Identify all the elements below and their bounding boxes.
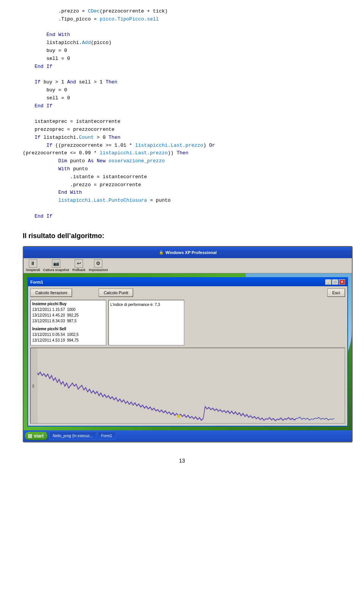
toolbar-btn-rollback[interactable]: ↩ Rollback — [72, 259, 86, 272]
form1-window: Form1 _ □ ✕ Calcolo Iterazioni Calcolo P… — [27, 277, 348, 427]
close-button[interactable]: ✕ — [339, 279, 345, 285]
sell-section-title: Insieme picchi Sell — [32, 327, 104, 331]
code-line: listapicchi.Last.PuntoChiusura = punto — [23, 197, 341, 205]
code-block: .prezzo = CDec(prezzocorrente + tick) .T… — [23, 8, 341, 221]
pause-icon: ⏸ — [29, 259, 37, 268]
code-line — [23, 71, 341, 78]
form1-left-panel: Insieme picchi Buy 13/12/2011 1.15.57 10… — [30, 300, 106, 345]
chart-marker — [177, 415, 180, 418]
performance-text: L'indice di performance è: 7,3 — [110, 302, 182, 307]
form1-titlebar-buttons: _ □ ✕ — [325, 279, 345, 285]
taskbar-item-form1[interactable]: Form1 — [98, 432, 116, 440]
form1-main-area: Insieme picchi Buy 13/12/2011 1.15.57 10… — [30, 300, 345, 345]
winxp-top-bar-label: Windows XP Professional — [166, 250, 217, 255]
code-line: With punto — [23, 165, 341, 173]
toolbar-btn-snapshot[interactable]: 📷 Cattura snapshot — [43, 259, 69, 272]
code-line: .prezzo = CDec(prezzocorrente + tick) — [23, 8, 341, 16]
code-line: End If — [23, 102, 341, 110]
winxp-taskbar-bottom: ⊞ start Nello_prog (In esecuz... Form1 — [24, 430, 352, 442]
toolbar-btn-rollback-label: Rollback — [72, 268, 86, 272]
maximize-button[interactable]: □ — [332, 279, 338, 285]
buy-row-3: 13/12/2011 8.34.03 987,5 — [32, 318, 104, 324]
svg-rect-0 — [31, 348, 345, 423]
page-content: .prezzo = CDec(prezzocorrente + tick) .T… — [0, 0, 364, 471]
code-line: (prezzocorrente <= 0.99 * listapicchi.La… — [23, 149, 341, 157]
camera-icon: 📷 — [52, 259, 60, 268]
code-line: If ((prezzocorrente >= 1.01 * listapicch… — [23, 142, 341, 150]
code-line: End With — [23, 31, 341, 39]
code-line: buy = 0 — [23, 47, 341, 55]
code-line — [23, 110, 341, 118]
code-line: sell = 0 — [23, 55, 341, 63]
lock-icon: 🔒 — [159, 250, 163, 254]
toolbar-btn-sospendi[interactable]: ⏸ Sospendi — [26, 259, 40, 272]
section-heading: Il risultato dell’algoritmo: — [23, 232, 341, 240]
code-line: sell = 0 — [23, 94, 341, 102]
winxp-screenshot: 🔒 Windows XP Professional ⏸ Sospendi 📷 C… — [23, 246, 353, 442]
toolbar-btn-impostazioni[interactable]: ⚙ Impostazioni — [89, 259, 108, 272]
minimize-button[interactable]: _ — [325, 279, 331, 285]
winxp-desktop: Form1 _ □ ✕ Calcolo Iterazioni Calcolo P… — [24, 273, 352, 430]
taskbar-item-nello[interactable]: Nello_prog (In esecuz... — [49, 432, 96, 440]
page-number: 13 — [23, 458, 341, 464]
code-line: End If — [23, 63, 341, 71]
code-line — [23, 205, 341, 213]
code-line: .Tipo_picco = picco.TipoPicco.sell — [23, 16, 341, 24]
toolbar-btn-sospendi-label: Sospendi — [26, 268, 40, 272]
buy-section-title: Insieme picchi Buy — [32, 302, 104, 306]
form1-title: Form1 — [30, 280, 43, 284]
form1-body: Calcolo Iterazioni Calcolo Punti Esci In… — [28, 286, 347, 426]
code-line: istanteprec = istantecorrente — [23, 118, 341, 126]
toolbar-btn-snapshot-label: Cattura snapshot — [43, 268, 69, 272]
form1-titlebar: Form1 _ □ ✕ — [28, 278, 347, 286]
code-line — [23, 24, 341, 31]
code-line: .istante = istantecorrente — [23, 173, 341, 181]
code-line: If buy > 1 And sell > 1 Then — [23, 78, 341, 86]
buy-rows: 13/12/2011 1.15.57 1000 13/12/2011 4.45.… — [32, 307, 104, 324]
winxp-top-bar: 🔒 Windows XP Professional — [24, 247, 352, 258]
price-chart: De — [31, 348, 345, 423]
sell-rows: 13/12/2011 0.05.54 1002,5 13/12/2011 4.5… — [32, 332, 104, 343]
start-label: start — [34, 433, 44, 439]
windows-logo-icon: ⊞ — [28, 433, 32, 439]
code-line: End With — [23, 189, 341, 197]
form1-button-row: Calcolo Iterazioni Calcolo Punti Esci — [30, 289, 345, 297]
chart-container: De — [30, 348, 345, 423]
winxp-toolbar: ⏸ Sospendi 📷 Cattura snapshot ↩ Rollback… — [24, 258, 352, 273]
code-line: Dim punto As New osservazione_prezzo — [23, 157, 341, 165]
code-line: prezzoprec = prezzocorrente — [23, 126, 341, 134]
svg-text:De: De — [32, 384, 35, 387]
calcolo-iterazioni-button[interactable]: Calcolo Iterazioni — [30, 289, 72, 297]
taskbar-item-form1-label: Form1 — [101, 434, 112, 438]
buy-row-1: 13/12/2011 1.15.57 1000 — [32, 307, 104, 312]
code-line: .prezzo = prezzocorrente — [23, 181, 341, 189]
calcolo-punti-button[interactable]: Calcolo Punti — [99, 289, 133, 297]
esci-button[interactable]: Esci — [327, 289, 345, 297]
toolbar-btn-impostazioni-label: Impostazioni — [89, 268, 108, 272]
buy-row-2: 13/12/2011 4.45.20 992,25 — [32, 312, 104, 318]
sell-row-2: 13/12/2011 4.53.19 994,75 — [32, 337, 104, 343]
taskbar-item-nello-label: Nello_prog (In esecuz... — [53, 434, 93, 438]
start-button[interactable]: ⊞ start — [25, 432, 48, 440]
sell-row-1: 13/12/2011 0.05.54 1002,5 — [32, 332, 104, 337]
code-line: End If — [23, 213, 341, 221]
code-line: listapicchi.Add(picco) — [23, 39, 341, 47]
code-line: buy = 0 — [23, 86, 341, 94]
rollback-icon: ↩ — [75, 259, 83, 268]
code-line: If listapicchi.Count > 0 Then — [23, 134, 341, 142]
form1-mid-panel: L'indice di performance è: 7,3 — [108, 300, 184, 345]
settings-icon: ⚙ — [94, 259, 102, 268]
